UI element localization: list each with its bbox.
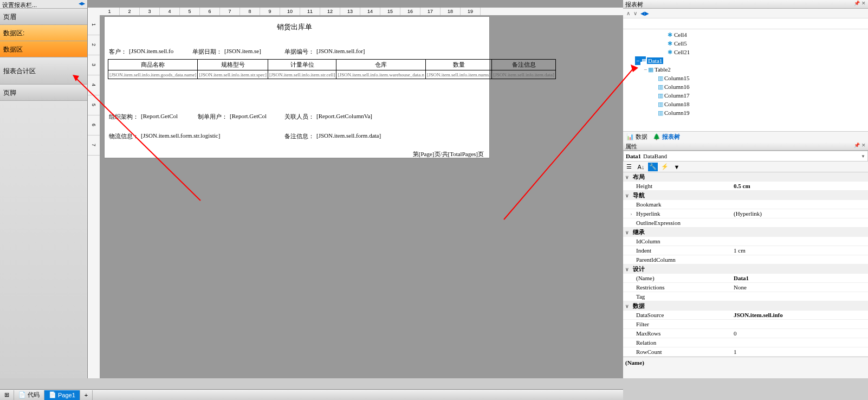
table-cell[interactable]: [JSON.item.sell.info.item.nums]	[425, 70, 491, 79]
prop-value[interactable]: (Hyperlink)	[734, 210, 762, 217]
prop-category-btn[interactable]: ☰	[624, 163, 634, 171]
prop-row-Bookmark[interactable]: Bookmark	[623, 200, 868, 209]
prop-wrench-btn[interactable]: 🔧	[648, 163, 658, 171]
date-value[interactable]: [JSON.item.se]	[223, 47, 262, 56]
tree-node-Column15[interactable]: ▥Column15	[624, 74, 867, 82]
prop-category-数据[interactable]: ∨数据	[623, 301, 868, 311]
tree-search-input[interactable]	[624, 20, 867, 26]
prop-row-ParentIdColumn[interactable]: ParentIdColumn	[623, 255, 868, 264]
page1-tab[interactable]: 📄 Page1	[44, 390, 80, 400]
customer-value[interactable]: [JSON.item.sell.fo	[128, 47, 174, 56]
prop-row-Filter[interactable]: Filter	[623, 320, 868, 329]
section-页眉[interactable]: 页眉	[0, 9, 87, 25]
prop-category-继承[interactable]: ∨继承	[623, 228, 868, 237]
remark-value[interactable]: [JSON.item.sell.form.data]	[315, 132, 382, 141]
prop-value[interactable]: 1 cm	[734, 247, 746, 254]
tree-node-Cell4[interactable]: ✱Cell4	[624, 30, 867, 39]
remark-label[interactable]: 备注信息：	[283, 132, 315, 141]
design-canvas[interactable]: 12345678910111213141516171819 1234567 销货…	[88, 0, 623, 378]
tree-nav-icon[interactable]: ◀▶	[640, 10, 649, 16]
prop-row-Hyperlink[interactable]: ›Hyperlink(Hyperlink)	[623, 209, 868, 218]
prop-row-Height[interactable]: Height0.5 cm	[623, 182, 868, 191]
no-label[interactable]: 单据编号：	[283, 47, 315, 56]
chevron-down-icon[interactable]: ∨	[625, 193, 631, 198]
table-header[interactable]: 仓库	[336, 60, 425, 70]
prop-filter-btn[interactable]: ▼	[672, 163, 682, 171]
prop-row-Restrictions[interactable]: RestrictionsNone	[623, 283, 868, 292]
tree-tab-报表树[interactable]: 🌲报表树	[653, 133, 680, 141]
table-header[interactable]: 备注信息	[492, 60, 556, 70]
prop-value[interactable]: 0.5 cm	[734, 183, 750, 189]
prop-object-header[interactable]: Data1 DataBand ▼	[623, 151, 868, 162]
chevron-down-icon[interactable]: ∨	[625, 304, 631, 309]
tree-node-Data1[interactable]: −▦Data1	[624, 56, 867, 65]
prop-category-布局[interactable]: ∨布局	[623, 172, 868, 182]
tree-node-Column19[interactable]: ▥Column19	[624, 108, 867, 117]
prop-row-(Name)[interactable]: (Name)Data1	[623, 274, 868, 283]
report-page[interactable]: 销货出库单 客户： [JSON.item.sell.fo 单据日期： [JSON…	[104, 16, 490, 158]
prop-az-btn[interactable]: A↓	[636, 163, 646, 171]
tree-down-icon[interactable]: ∨	[633, 10, 637, 16]
chevron-down-icon[interactable]: ∨	[625, 230, 631, 235]
customer-label[interactable]: 客户：	[108, 47, 128, 56]
prop-row-Tag[interactable]: Tag	[623, 292, 868, 301]
prop-row-OutlineExpression[interactable]: OutlineExpression	[623, 218, 868, 228]
prop-value[interactable]: Data1	[734, 275, 749, 281]
prop-lightning-btn[interactable]: ⚡	[660, 163, 670, 171]
code-tab[interactable]: 📄 代码	[14, 390, 44, 400]
tree-tab-数据[interactable]: 📊数据	[626, 133, 647, 141]
tree-up-icon[interactable]: ∧	[626, 10, 630, 16]
dropdown-icon[interactable]: ▼	[861, 154, 865, 159]
tree-node-Table2[interactable]: −▦Table2	[624, 65, 867, 74]
prop-row-Indent[interactable]: Indent1 cm	[623, 246, 868, 255]
org-label[interactable]: 组织架构：	[108, 112, 140, 121]
prop-value[interactable]: 0	[734, 330, 737, 337]
prop-value[interactable]: JSON.item.sell.info	[734, 312, 783, 318]
prop-row-IdColumn[interactable]: IdColumn	[623, 237, 868, 246]
rel-label[interactable]: 关联人员：	[283, 112, 315, 121]
tree-node-Column17[interactable]: ▥Column17	[624, 91, 867, 100]
pin-icon[interactable]: 📌 ✕	[854, 1, 866, 8]
prop-row-RowCount[interactable]: RowCount1	[623, 347, 868, 357]
page-number[interactable]: 第[Page]页/共[TotalPages]页	[413, 150, 484, 158]
table-header[interactable]: 数量	[425, 60, 491, 70]
logistic-label[interactable]: 物流信息：	[108, 132, 140, 141]
prop-row-DataSource[interactable]: DataSourceJSON.item.sell.info	[623, 311, 868, 320]
user-label[interactable]: 制单用户：	[197, 112, 229, 121]
user-value[interactable]: [Report.GetCol	[229, 112, 268, 121]
prop-value[interactable]: None	[734, 284, 747, 291]
expander-icon[interactable]: −	[635, 56, 640, 65]
prop-value[interactable]: 1	[734, 349, 737, 355]
properties-grid[interactable]: ∨布局Height0.5 cm∨导航Bookmark›Hyperlink(Hyp…	[623, 172, 868, 357]
tree-node-Cell5[interactable]: ✱Cell5	[624, 39, 867, 48]
prop-category-设计[interactable]: ∨设计	[623, 264, 868, 274]
report-tree[interactable]: ✱Cell4✱Cell5✱Cell21−▦Data1−▦Table2▥Colum…	[623, 29, 868, 131]
table-cell[interactable]: [JSON.item.sell.info.item.goods_data.nam…	[108, 70, 198, 79]
tree-node-Cell21[interactable]: ✱Cell21	[624, 48, 867, 56]
section-数据区[interactable]: 数据区	[0, 41, 87, 57]
section-数据区:[interactable]: 数据区:	[0, 25, 87, 41]
report-table[interactable]: 商品名称规格型号计量单位仓库数量备注信息[JSON.item.sell.info…	[108, 59, 556, 79]
expander-icon[interactable]: −	[643, 65, 648, 74]
add-tab-btn[interactable]: +	[80, 390, 93, 400]
expand-tab-btn[interactable]: ⊞	[0, 390, 14, 400]
no-value[interactable]: [JSON.item.sell.for]	[315, 47, 366, 56]
report-title[interactable]: 销货出库单	[267, 22, 321, 32]
chevron-right-icon[interactable]: ›	[629, 211, 634, 216]
chevron-down-icon[interactable]: ∨	[625, 175, 631, 180]
prop-row-Relation[interactable]: Relation	[623, 338, 868, 347]
table-cell[interactable]: [JSON.item.sell.info.item.str.spec]	[198, 70, 268, 79]
section-页脚[interactable]: 页脚	[0, 85, 87, 101]
rel-value[interactable]: [Report.GetColumnVa]	[315, 112, 373, 121]
prop-category-导航[interactable]: ∨导航	[623, 191, 868, 200]
section-报表合计区[interactable]: 报表合计区	[0, 57, 87, 85]
logistic-value[interactable]: [JSON.item.sell.form.str.logistic]	[140, 132, 221, 141]
tree-node-Column16[interactable]: ▥Column16	[624, 82, 867, 91]
org-value[interactable]: [Report.GetCol	[140, 112, 179, 121]
date-label[interactable]: 单据日期：	[191, 47, 223, 56]
prop-row-MaxRows[interactable]: MaxRows0	[623, 329, 868, 338]
table-cell[interactable]: [JSON.item.sell.info.item.str.cell]	[268, 70, 336, 79]
chevron-down-icon[interactable]: ∨	[625, 267, 631, 272]
table-header[interactable]: 商品名称	[108, 60, 198, 70]
table-header[interactable]: 规格型号	[198, 60, 268, 70]
